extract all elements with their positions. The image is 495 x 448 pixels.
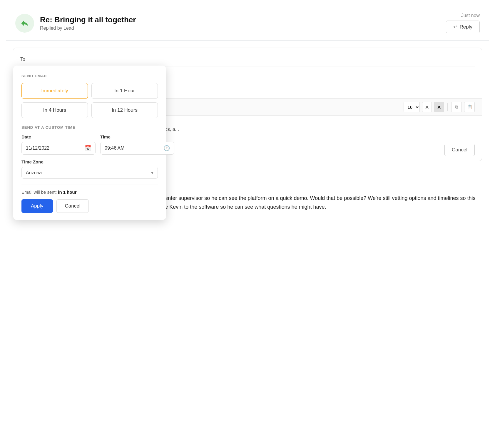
email-title: Re: Bringing it all together	[40, 15, 136, 24]
compose-container: SEND EMAIL Immediately In 1 Hour In 4 Ho…	[13, 48, 482, 161]
date-field: Date 📅	[21, 134, 96, 155]
date-input[interactable]	[26, 146, 85, 151]
timestamp: Just now	[461, 13, 480, 18]
email-sent-value: in 1 hour	[58, 190, 76, 195]
copy-button[interactable]: ⧉	[451, 102, 462, 112]
apply-button[interactable]: Apply	[21, 199, 53, 213]
time-input-wrapper[interactable]: 🕐	[100, 142, 174, 155]
email-sent-prefix: Email will be sent:	[21, 190, 57, 195]
font-highlight-button[interactable]: A	[434, 102, 444, 112]
timing-grid: Immediately In 1 Hour In 4 Hours In 12 H…	[21, 83, 158, 118]
timing-12-hours[interactable]: In 12 Hours	[91, 102, 158, 118]
email-meta: Re: Bringing it all together Replied by …	[40, 15, 136, 31]
popup-divider	[21, 185, 158, 185]
reply-arrow-icon	[20, 19, 29, 28]
date-input-wrapper[interactable]: 📅	[21, 142, 96, 155]
avatar	[15, 14, 34, 33]
time-label: Time	[100, 134, 174, 139]
timezone-wrapper[interactable]: Arizona ▾	[21, 167, 158, 179]
font-size-select[interactable]: 16	[404, 102, 420, 112]
calendar-icon[interactable]: 📅	[85, 145, 91, 151]
reply-button[interactable]: ↩ Reply	[446, 21, 480, 33]
timing-4-hours[interactable]: In 4 Hours	[21, 102, 88, 118]
send-email-popup: SEND EMAIL Immediately In 1 Hour In 4 Ho…	[13, 66, 166, 220]
header-right: Just now ↩ Reply	[446, 13, 480, 33]
email-header: Re: Bringing it all together Replied by …	[6, 6, 489, 41]
custom-section-title: SEND AT A CUSTOM TIME	[21, 125, 158, 130]
popup-actions: Apply Cancel	[21, 199, 158, 213]
chevron-down-icon: ▾	[151, 170, 153, 175]
to-label: To	[20, 57, 56, 62]
cancel-button[interactable]: Cancel	[444, 144, 475, 156]
header-left: Re: Bringing it all together Replied by …	[15, 14, 136, 33]
popup-section-title: SEND EMAIL	[21, 74, 158, 78]
timezone-select[interactable]: Arizona	[26, 170, 151, 175]
popup-cancel-button[interactable]: Cancel	[56, 199, 89, 213]
timezone-label: Time Zone	[21, 159, 158, 164]
font-color-button[interactable]: A	[422, 102, 432, 112]
email-sent-info: Email will be sent: in 1 hour	[21, 190, 158, 195]
reply-label: Reply	[460, 24, 472, 30]
time-input[interactable]	[105, 146, 163, 151]
date-label: Date	[21, 134, 96, 139]
to-input[interactable]	[56, 56, 475, 63]
timing-immediately[interactable]: Immediately	[21, 83, 88, 99]
timing-1-hour[interactable]: In 1 Hour	[91, 83, 158, 99]
to-field-row: To	[20, 53, 475, 66]
date-time-row: Date 📅 Time 🕐	[21, 134, 158, 155]
time-field: Time 🕐	[100, 134, 174, 155]
timezone-field: Time Zone Arizona ▾	[21, 159, 158, 179]
custom-time-section: SEND AT A CUSTOM TIME Date 📅 Time 🕐	[21, 125, 158, 179]
paste-button[interactable]: 📋	[464, 102, 475, 112]
reply-arrow-icon: ↩	[453, 24, 457, 30]
clock-icon[interactable]: 🕐	[163, 145, 170, 151]
email-subtitle: Replied by Lead	[40, 26, 136, 31]
toolbar-divider-2	[447, 103, 448, 111]
